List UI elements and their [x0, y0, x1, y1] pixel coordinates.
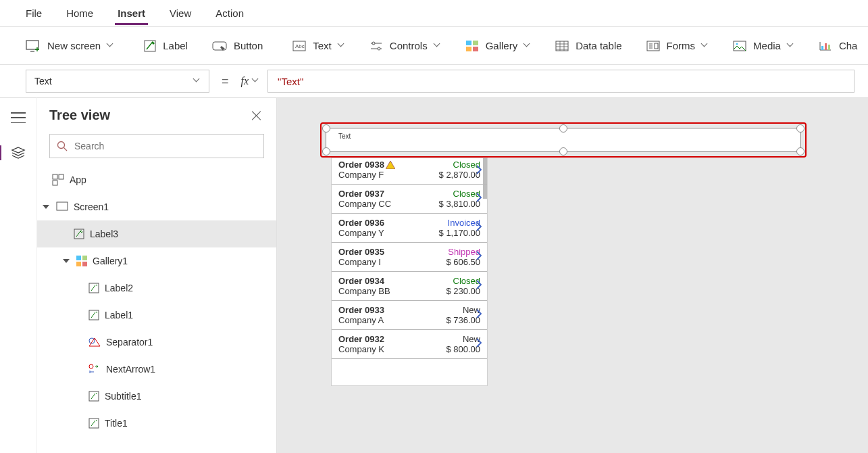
tree-item-gallery[interactable]: Gallery1 [37, 247, 276, 275]
label-icon [88, 283, 99, 293]
svg-rect-26 [82, 256, 87, 260]
resize-handle[interactable] [559, 124, 567, 133]
media-icon [733, 41, 746, 51]
svg-rect-18 [828, 45, 830, 50]
search-input[interactable] [74, 141, 257, 151]
tab-file[interactable]: File [14, 2, 54, 24]
rail-tree-view-button[interactable] [5, 141, 31, 164]
tab-view[interactable]: View [157, 2, 203, 24]
resize-handle[interactable] [322, 147, 330, 156]
next-arrow-icon[interactable] [474, 192, 484, 206]
menu-tabs: File Home Insert View Action [0, 0, 868, 27]
next-arrow-icon[interactable] [474, 164, 484, 178]
twisty-icon[interactable] [63, 257, 71, 265]
media-label: Media [753, 40, 781, 51]
gallery-row[interactable]: Order 0934 Closed Company BB $ 230.00 [332, 272, 487, 301]
order-id: Order 0936 [338, 218, 384, 228]
controls-menu[interactable]: Controls [357, 40, 453, 51]
tree-item-app[interactable]: App [37, 166, 276, 193]
gallery-row[interactable]: Order 0932 New Company K $ 800.00 [332, 330, 487, 359]
resize-handle[interactable] [796, 124, 805, 133]
tree-item-separator[interactable]: Separator1 [37, 329, 276, 356]
gallery-row[interactable]: Order 0937 Closed Company CC $ 3,810.00 [332, 185, 487, 214]
controls-label: Controls [390, 40, 428, 51]
gallery-icon [465, 40, 479, 52]
svg-point-15 [736, 43, 738, 45]
close-panel-button[interactable] [251, 110, 263, 122]
resize-handle[interactable] [559, 147, 567, 156]
next-arrow-icon[interactable] [474, 308, 484, 322]
tree-item-subtitle[interactable]: Subtitle1 [37, 383, 276, 410]
formula-input[interactable]: "Text" [267, 70, 854, 93]
text-menu[interactable]: Abc Text [280, 40, 357, 51]
tree-item-label1[interactable]: Label1 [37, 302, 276, 329]
gallery-label: Gallery [486, 40, 518, 51]
tree-item-label: Separator1 [106, 337, 153, 348]
separator-icon [88, 337, 101, 348]
gallery-row[interactable]: Order 0935 Shipped Company I $ 606.50 [332, 243, 487, 272]
gallery-control[interactable]: Order 0938 Closed Company F $ 2,870.00 O… [331, 158, 488, 386]
fx-button[interactable]: fx [241, 75, 260, 87]
company-name: Company BB [338, 286, 390, 296]
new-screen-button[interactable]: New screen [14, 40, 126, 52]
selected-label-control[interactable]: Text [320, 122, 807, 158]
rail-menu-button[interactable] [5, 106, 31, 129]
tree-search[interactable] [49, 134, 264, 158]
gallery-row[interactable]: Order 0936 Invoiced Company Y $ 1,170.00 [332, 214, 487, 243]
tab-action[interactable]: Action [203, 2, 256, 24]
svg-rect-17 [825, 43, 827, 50]
tree-item-title[interactable]: Title1 [37, 410, 276, 437]
layers-icon [11, 146, 26, 160]
forms-menu[interactable]: Forms [634, 40, 721, 51]
data-table-button[interactable]: Data table [543, 40, 634, 51]
resize-handle[interactable] [322, 124, 330, 133]
tree-item-screen[interactable]: Screen1 [37, 193, 276, 220]
gallery-row[interactable]: Order 0933 New Company A $ 736.00 [332, 301, 487, 330]
twisty-icon[interactable] [43, 203, 51, 211]
button-button[interactable]: Button [200, 40, 275, 51]
data-table-label: Data table [576, 40, 621, 51]
app-icon [52, 174, 64, 186]
tab-home[interactable]: Home [54, 2, 105, 24]
next-arrow-icon[interactable] [474, 279, 484, 293]
chevron-down-icon [524, 43, 531, 49]
property-select[interactable]: Text [26, 70, 209, 93]
svg-rect-10 [473, 47, 478, 51]
next-arrow-icon[interactable] [474, 250, 484, 264]
order-id: Order 0934 [338, 276, 384, 286]
next-arrow-icon[interactable] [474, 221, 484, 235]
svg-point-19 [58, 142, 65, 149]
tree-item-label: Label2 [105, 283, 133, 293]
gallery-icon [76, 256, 87, 266]
tree-view-title: Tree view [49, 108, 110, 123]
label-button[interactable]: Label [132, 40, 200, 52]
media-menu[interactable]: Media [721, 40, 807, 51]
svg-rect-25 [76, 256, 81, 260]
gallery-row[interactable]: Order 0938 Closed Company F $ 2,870.00 [332, 158, 487, 185]
tree-item-label: App [70, 174, 86, 185]
svg-point-6 [378, 47, 380, 50]
svg-rect-22 [53, 181, 57, 185]
company-name: Company I [338, 257, 381, 267]
chevron-down-icon [253, 78, 259, 85]
left-rail [0, 97, 37, 453]
tree-item-label3[interactable]: Label3 [37, 220, 276, 247]
canvas[interactable]: Text Order 0938 Closed Company F $ 2,870… [277, 97, 868, 453]
button-label: Button [234, 40, 263, 51]
next-arrow-icon[interactable] [474, 337, 484, 351]
svg-point-5 [372, 42, 375, 45]
tab-insert[interactable]: Insert [105, 2, 157, 24]
gallery-menu[interactable]: Gallery [453, 40, 544, 52]
company-name: Company CC [338, 199, 391, 209]
tree-item-label2[interactable]: Label2 [37, 275, 276, 302]
charts-label: Cha [839, 40, 858, 51]
charts-menu[interactable]: Cha [807, 40, 868, 51]
new-screen-label: New screen [47, 40, 101, 51]
resize-handle[interactable] [796, 147, 805, 156]
ribbon: New screen Label Button Abc Text Control… [0, 27, 868, 65]
formula-bar: Text = fx "Text" [0, 65, 868, 97]
charts-icon [819, 41, 832, 51]
chevron-down-icon [107, 43, 114, 49]
chevron-down-icon [702, 43, 709, 49]
tree-item-nextarrow[interactable]: NextArrow1 [37, 356, 276, 383]
